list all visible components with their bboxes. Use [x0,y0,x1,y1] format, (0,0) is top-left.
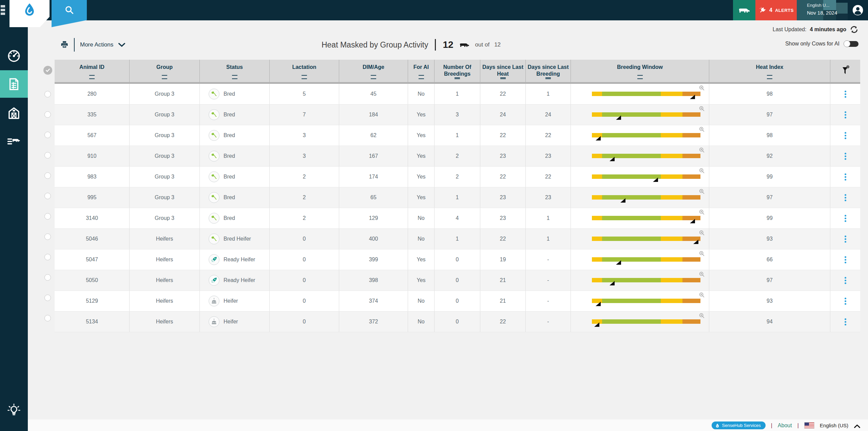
row-select-radio[interactable] [44,193,51,199]
select-all-button[interactable] [43,66,52,75]
table-row[interactable]: 567Group 3Bred362Yes1222298 [55,125,860,146]
row-select-radio[interactable] [44,132,51,138]
row-menu-icon[interactable] [843,89,848,100]
row-select-radio[interactable] [44,274,51,281]
row-menu-icon[interactable] [843,254,848,265]
more-actions-button[interactable]: More Actions [80,41,113,48]
table-row[interactable]: 5047HeifersReady Heifer0399Yes019-66 [55,249,860,270]
column-menu-icon[interactable] [89,75,95,79]
row-menu-icon[interactable] [843,275,848,286]
about-link[interactable]: About [778,423,792,429]
table-row[interactable]: 995Group 3Bred265Yes1232397 [55,187,860,208]
cell-actions [830,312,860,332]
sidebar-item-reports[interactable] [0,70,28,98]
bw-segment-optimal [602,112,661,117]
row-select-radio[interactable] [44,91,51,97]
row-select-radio[interactable] [44,315,51,321]
column-label[interactable]: Animal ID [79,64,104,71]
sidebar-item-sorting[interactable] [0,127,28,154]
column-label[interactable]: Group [156,64,173,71]
row-menu-icon[interactable] [843,171,848,183]
zoom-in-icon[interactable] [699,271,705,277]
column-label[interactable]: Days since Last Breeding [527,64,569,77]
column-menu-icon[interactable] [637,75,643,79]
cell-value: 62 [370,132,377,138]
zoom-in-icon[interactable] [699,106,705,112]
column-label[interactable]: Status [226,64,243,71]
row-select-radio[interactable] [44,254,51,260]
column-menu-icon[interactable] [302,75,307,79]
zoom-in-icon[interactable] [699,230,705,236]
column-label[interactable]: Breeding Window [617,64,663,71]
app-logo[interactable] [9,0,50,27]
locale-display[interactable]: English U... Nov 18, 2024 [797,0,848,20]
chevron-down-icon[interactable] [118,42,126,47]
chevron-up-icon[interactable] [854,424,861,428]
column-label[interactable]: Number Of Breedings [436,64,479,77]
cow-count-button[interactable] [733,0,755,20]
column-menu-icon[interactable] [162,75,167,79]
row-menu-icon[interactable] [843,109,848,120]
menu-icon[interactable] [1,5,6,16]
row-menu-icon[interactable] [843,130,848,141]
row-menu-icon[interactable] [843,233,848,245]
cell-status: Bred [200,167,270,187]
row-menu-icon[interactable] [843,151,848,162]
search-button[interactable] [52,0,87,27]
cell-value: 0 [303,257,306,263]
column-menu-icon[interactable] [371,75,376,79]
zoom-in-icon[interactable] [699,188,705,194]
column-menu-icon[interactable] [500,77,506,79]
zoom-in-icon[interactable] [699,147,705,153]
column-label[interactable]: DIM/Age [363,64,384,71]
row-select-radio[interactable] [44,233,51,240]
column-label[interactable]: Days since Last Heat [482,64,524,77]
row-menu-icon[interactable] [843,213,848,224]
sidebar-item-tips[interactable] [0,396,28,424]
sidebar-item-farm[interactable] [0,99,28,127]
alerts-button[interactable]: 4 ALERTS [755,0,797,20]
table-row[interactable]: 3140Group 3Bred2129No423199 [55,208,860,229]
table-row[interactable]: 983Group 3Bred2174Yes2222299 [55,167,860,187]
table-row[interactable]: 280Group 3Bred545No122198 [55,84,860,105]
zoom-in-icon[interactable] [699,292,705,298]
print-icon[interactable] [60,40,69,49]
table-row[interactable]: 5046HeifersBred Heifer0400No122193 [55,229,860,249]
row-select-radio[interactable] [44,172,51,179]
zoom-in-icon[interactable] [699,209,705,215]
bw-segment-optimal [602,319,661,324]
table-row[interactable]: 335Group 3Bred7184Yes3242497 [55,105,860,125]
zoom-in-icon[interactable] [699,313,705,319]
sidebar-item-settings[interactable] [0,423,28,431]
table-row[interactable]: 910Group 3Bred3167Yes2232392 [55,146,860,167]
row-select-radio[interactable] [44,295,51,301]
column-menu-icon[interactable] [232,75,237,79]
column-menu-icon[interactable] [545,77,551,79]
cell-value: Heifers [156,236,173,242]
column-label[interactable]: Lactation [292,64,316,71]
sensehub-services-button[interactable]: SenseHub Services [712,421,766,429]
table-row[interactable]: 5134HeifersHeifer0372No022-94 [55,312,860,332]
table-row[interactable]: 5129HeifersHeifer0374No021-93 [55,291,860,312]
row-menu-icon[interactable] [843,316,848,327]
sidebar-item-dashboard[interactable] [0,42,28,70]
row-select-radio[interactable] [44,213,51,220]
account-button[interactable] [848,0,868,20]
table-row[interactable]: 5050HeifersReady Heifer0398Yes021-97 [55,270,860,291]
column-menu-icon[interactable] [419,75,424,79]
refresh-icon[interactable] [850,25,859,34]
column-menu-icon[interactable] [767,75,772,79]
show-only-cows-toggle[interactable] [844,41,859,47]
row-menu-icon[interactable] [843,192,848,203]
row-menu-icon[interactable] [843,296,848,307]
filter-icon[interactable] [841,65,850,77]
zoom-in-icon[interactable] [699,126,705,132]
zoom-in-icon[interactable] [699,250,705,257]
column-label[interactable]: Heat Index [756,64,784,71]
column-menu-icon[interactable] [455,77,460,79]
column-label[interactable]: For AI [413,64,429,71]
row-select-radio[interactable] [44,152,51,158]
zoom-in-icon[interactable] [699,85,705,91]
row-select-radio[interactable] [44,111,51,118]
zoom-in-icon[interactable] [699,168,705,174]
